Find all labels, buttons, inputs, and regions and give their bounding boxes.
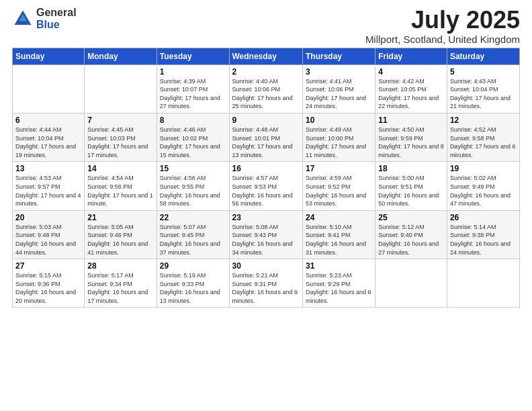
day-info: Sunrise: 5:08 AMSunset: 9:43 PMDaylight:… [232,224,293,256]
day-number: 24 [306,213,372,222]
table-row: 26Sunrise: 5:14 AMSunset: 9:38 PMDayligh… [447,210,519,259]
month-title: July 2025 [365,7,520,34]
table-row: 8Sunrise: 4:46 AMSunset: 10:02 PMDayligh… [157,113,229,161]
day-info: Sunrise: 5:17 AMSunset: 9:34 PMDaylight:… [87,272,148,304]
table-row: 3Sunrise: 4:41 AMSunset: 10:06 PMDayligh… [302,64,375,113]
table-row: 7Sunrise: 4:45 AMSunset: 10:03 PMDayligh… [85,113,157,161]
day-number: 21 [87,213,153,222]
day-number: 2 [232,67,300,77]
header-wednesday: Wednesday [229,48,302,64]
title-block: July 2025 Millport, Scotland, United Kin… [365,7,520,45]
table-row: 11Sunrise: 4:50 AMSunset: 9:59 PMDayligh… [375,113,447,161]
calendar-week-row: 13Sunrise: 4:53 AMSunset: 9:57 PMDayligh… [13,162,520,210]
table-row: 27Sunrise: 5:15 AMSunset: 9:36 PMDayligh… [13,259,85,308]
day-info: Sunrise: 5:02 AMSunset: 9:49 PMDaylight:… [450,175,511,207]
day-number: 18 [378,164,444,173]
day-number: 10 [306,116,372,125]
day-number: 19 [450,164,517,173]
day-info: Sunrise: 4:49 AMSunset: 10:00 PMDaylight… [306,126,366,158]
page: General Blue July 2025 Millport, Scotlan… [0,0,532,411]
day-info: Sunrise: 5:19 AMSunset: 9:33 PMDaylight:… [160,272,220,304]
logo: General Blue [12,7,77,30]
day-info: Sunrise: 4:43 AMSunset: 10:04 PMDaylight… [450,78,511,110]
day-info: Sunrise: 5:12 AMSunset: 9:40 PMDaylight:… [378,224,439,256]
table-row: 10Sunrise: 4:49 AMSunset: 10:00 PMDaylig… [302,113,375,161]
day-info: Sunrise: 4:41 AMSunset: 10:06 PMDaylight… [306,78,366,110]
table-row [13,64,85,113]
day-number: 22 [160,213,226,222]
calendar-week-row: 20Sunrise: 5:03 AMSunset: 9:48 PMDayligh… [13,210,520,259]
table-row: 19Sunrise: 5:02 AMSunset: 9:49 PMDayligh… [447,162,519,210]
header-friday: Friday [375,48,447,64]
day-number: 16 [232,164,300,173]
calendar-week-row: 6Sunrise: 4:44 AMSunset: 10:04 PMDayligh… [13,113,520,161]
table-row: 20Sunrise: 5:03 AMSunset: 9:48 PMDayligh… [13,210,85,259]
day-info: Sunrise: 4:45 AMSunset: 10:03 PMDaylight… [87,126,148,158]
day-number: 6 [15,116,81,125]
day-number: 30 [232,261,300,271]
calendar-week-row: 1Sunrise: 4:39 AMSunset: 10:07 PMDayligh… [13,64,520,113]
table-row: 25Sunrise: 5:12 AMSunset: 9:40 PMDayligh… [375,210,447,259]
table-row: 30Sunrise: 5:21 AMSunset: 9:31 PMDayligh… [229,259,302,308]
logo-blue: Blue [36,19,77,31]
day-info: Sunrise: 4:48 AMSunset: 10:01 PMDaylight… [232,126,293,158]
day-info: Sunrise: 5:10 AMSunset: 9:41 PMDaylight:… [306,224,366,256]
day-info: Sunrise: 4:42 AMSunset: 10:05 PMDaylight… [378,78,439,110]
logo-text: General Blue [36,7,77,30]
table-row: 22Sunrise: 5:07 AMSunset: 9:45 PMDayligh… [157,210,229,259]
day-info: Sunrise: 5:05 AMSunset: 9:46 PMDaylight:… [87,224,148,256]
header: General Blue July 2025 Millport, Scotlan… [12,7,520,45]
day-number: 4 [378,67,444,77]
table-row: 28Sunrise: 5:17 AMSunset: 9:34 PMDayligh… [85,259,157,308]
day-info: Sunrise: 5:14 AMSunset: 9:38 PMDaylight:… [450,224,511,256]
day-number: 11 [378,116,444,125]
day-info: Sunrise: 4:59 AMSunset: 9:52 PMDaylight:… [306,175,366,207]
day-number: 13 [15,164,81,173]
table-row: 6Sunrise: 4:44 AMSunset: 10:04 PMDayligh… [13,113,85,161]
table-row: 23Sunrise: 5:08 AMSunset: 9:43 PMDayligh… [229,210,302,259]
day-number: 23 [232,213,300,222]
day-info: Sunrise: 4:54 AMSunset: 9:56 PMDaylight:… [87,175,153,207]
day-info: Sunrise: 4:46 AMSunset: 10:02 PMDaylight… [160,126,220,158]
table-row: 15Sunrise: 4:56 AMSunset: 9:55 PMDayligh… [157,162,229,210]
table-row: 18Sunrise: 5:00 AMSunset: 9:51 PMDayligh… [375,162,447,210]
day-info: Sunrise: 4:39 AMSunset: 10:07 PMDaylight… [160,78,220,110]
table-row: 12Sunrise: 4:52 AMSunset: 9:58 PMDayligh… [447,113,519,161]
table-row: 29Sunrise: 5:19 AMSunset: 9:33 PMDayligh… [157,259,229,308]
day-number: 26 [450,213,517,222]
table-row: 4Sunrise: 4:42 AMSunset: 10:05 PMDayligh… [375,64,447,113]
header-sunday: Sunday [13,48,85,64]
day-number: 7 [87,116,153,125]
table-row: 9Sunrise: 4:48 AMSunset: 10:01 PMDayligh… [229,113,302,161]
header-tuesday: Tuesday [157,48,229,64]
calendar-week-row: 27Sunrise: 5:15 AMSunset: 9:36 PMDayligh… [13,259,520,308]
day-number: 9 [232,116,300,125]
table-row: 13Sunrise: 4:53 AMSunset: 9:57 PMDayligh… [13,162,85,210]
logo-general: General [36,7,77,19]
header-saturday: Saturday [447,48,519,64]
day-number: 25 [378,213,444,222]
table-row [85,64,157,113]
day-number: 29 [160,261,226,271]
header-thursday: Thursday [302,48,375,64]
table-row: 24Sunrise: 5:10 AMSunset: 9:41 PMDayligh… [302,210,375,259]
table-row: 2Sunrise: 4:40 AMSunset: 10:06 PMDayligh… [229,64,302,113]
day-number: 17 [306,164,372,173]
day-number: 27 [15,261,81,271]
day-number: 3 [306,67,372,77]
day-info: Sunrise: 5:03 AMSunset: 9:48 PMDaylight:… [15,224,76,256]
day-info: Sunrise: 5:15 AMSunset: 9:36 PMDaylight:… [15,272,76,304]
day-info: Sunrise: 4:56 AMSunset: 9:55 PMDaylight:… [160,175,220,207]
table-row: 31Sunrise: 5:23 AMSunset: 9:29 PMDayligh… [302,259,375,308]
day-info: Sunrise: 4:52 AMSunset: 9:58 PMDaylight:… [450,126,516,158]
table-row: 21Sunrise: 5:05 AMSunset: 9:46 PMDayligh… [85,210,157,259]
day-info: Sunrise: 4:40 AMSunset: 10:06 PMDaylight… [232,78,293,110]
day-info: Sunrise: 4:44 AMSunset: 10:04 PMDaylight… [15,126,76,158]
day-info: Sunrise: 4:53 AMSunset: 9:57 PMDaylight:… [15,175,81,207]
day-info: Sunrise: 5:07 AMSunset: 9:45 PMDaylight:… [160,224,220,256]
day-info: Sunrise: 4:50 AMSunset: 9:59 PMDaylight:… [378,126,444,158]
table-row [375,259,447,308]
day-info: Sunrise: 5:21 AMSunset: 9:31 PMDaylight:… [232,272,298,304]
day-number: 12 [450,116,517,125]
day-info: Sunrise: 5:00 AMSunset: 9:51 PMDaylight:… [378,175,439,207]
